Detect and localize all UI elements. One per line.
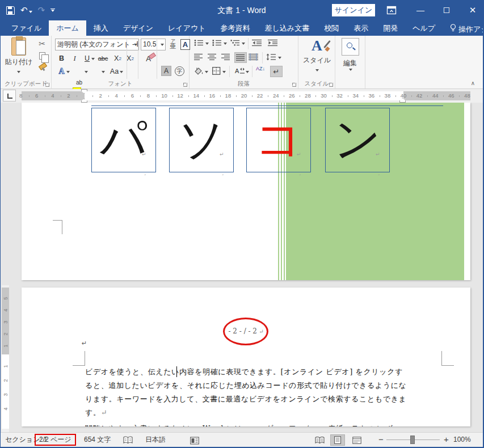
tab-stop-selector[interactable]	[3, 90, 16, 102]
tab-design[interactable]: デザイン	[116, 20, 161, 36]
ime-mode-icon[interactable]	[190, 436, 199, 448]
vertical-ruler[interactable]: 543211234	[2, 285, 9, 432]
tab-developer[interactable]: 開発	[376, 20, 405, 36]
character-box[interactable]: パ↵˼	[91, 108, 156, 172]
styles-dialog-launcher-icon[interactable]	[329, 83, 333, 87]
sign-in-button[interactable]: サインイン	[332, 4, 375, 16]
ruler-tick	[29, 95, 30, 97]
minimize-button[interactable]: —	[410, 0, 431, 20]
bold-button[interactable]: B	[56, 53, 68, 64]
italic-button[interactable]: I	[69, 53, 81, 64]
tab-layout[interactable]: レイアウト	[161, 20, 213, 36]
clear-formatting-icon[interactable]: A	[142, 53, 154, 64]
tab-references[interactable]: 参考資料	[213, 20, 258, 36]
search-icon-box[interactable]	[342, 38, 359, 56]
character-box[interactable]: ソ↵˼	[169, 108, 234, 172]
chevron-down-icon[interactable]	[278, 57, 281, 59]
chevron-down-icon[interactable]	[91, 58, 95, 60]
document-canvas[interactable]: 543211234 パ↵˼ソ↵˼コ↵˼ン↵˼ - 2 - / - 2 ↵ ↵ ビ…	[1, 103, 483, 432]
chevron-down-icon[interactable]	[205, 43, 209, 45]
clipboard-dialog-launcher-icon[interactable]	[45, 83, 49, 87]
justify-icon[interactable]	[234, 52, 247, 63]
tab-help[interactable]: ヘルプ	[405, 20, 443, 36]
bullets-icon[interactable]	[194, 39, 204, 47]
ribbon-display-options-icon[interactable]	[386, 5, 397, 15]
chevron-down-icon[interactable]	[102, 71, 105, 73]
chevron-down-icon[interactable]	[224, 43, 227, 45]
chevron-down-icon[interactable]	[120, 71, 123, 73]
undo-button[interactable]: ↶	[20, 3, 32, 17]
line-spacing-icon[interactable]	[266, 53, 276, 61]
align-left-icon[interactable]	[194, 53, 203, 61]
chevron-down-icon[interactable]	[246, 71, 249, 73]
character-box[interactable]: ン↵˼	[325, 108, 390, 172]
align-center-icon[interactable]	[208, 53, 217, 61]
web-layout-icon[interactable]	[350, 434, 364, 446]
collapse-ribbon-icon[interactable]: ∧	[471, 80, 475, 86]
chevron-down-icon[interactable]	[242, 43, 245, 45]
enclose-characters-icon[interactable]: 字	[175, 66, 184, 76]
tab-review[interactable]: 校閲	[317, 20, 346, 36]
page-2[interactable]: - 2 - / - 2 ↵ ↵ ビデオを使うと、伝えたい内容を明確に表現できます…	[22, 288, 470, 426]
tab-tell-me[interactable]: 操作アシスト	[443, 20, 484, 36]
shading-bucket-icon[interactable]	[194, 67, 204, 75]
tab-insert[interactable]: 挿入	[86, 20, 116, 36]
font-size-combobox[interactable]: 10.5	[141, 39, 166, 50]
zoom-in-button[interactable]: +	[444, 433, 449, 447]
subscript-button[interactable]: X2	[112, 53, 124, 64]
character-scaling-icon[interactable]: A	[234, 67, 245, 75]
tab-view[interactable]: 表示	[346, 20, 376, 36]
cut-icon[interactable]: ✂	[39, 39, 45, 48]
font-dialog-launcher-icon[interactable]	[183, 83, 187, 87]
ruler-tick	[459, 95, 460, 97]
paste-button[interactable]: 貼り付け	[3, 37, 34, 79]
sort-icon[interactable]: AZ↓	[256, 66, 265, 71]
format-painter-icon[interactable]	[39, 64, 46, 71]
character-box[interactable]: コ↵˼	[246, 108, 311, 172]
chevron-down-icon[interactable]	[66, 71, 70, 73]
character-shading-icon[interactable]: A	[161, 66, 171, 76]
styles-button[interactable]: A スタイル	[301, 37, 333, 79]
tab-home[interactable]: ホーム	[49, 20, 86, 36]
word-count[interactable]: 654 文字	[84, 433, 111, 447]
maximize-button[interactable]: ☐	[436, 0, 457, 20]
borders-icon[interactable]	[212, 67, 221, 75]
page-indicator[interactable]: 2/2 ページ	[35, 434, 76, 446]
print-layout-icon[interactable]	[330, 434, 345, 446]
align-right-icon[interactable]	[221, 53, 230, 61]
tab-file[interactable]: ファイル	[4, 20, 49, 36]
copy-icon[interactable]	[39, 52, 45, 60]
page-1[interactable]: パ↵˼ソ↵˼コ↵˼ン↵˼	[22, 103, 470, 280]
chevron-down-icon[interactable]	[222, 71, 226, 73]
decrease-indent-icon[interactable]	[252, 39, 262, 47]
read-mode-icon[interactable]	[312, 434, 327, 446]
text-effects-icon[interactable]: A	[56, 66, 68, 77]
multilevel-list-icon[interactable]	[230, 39, 240, 47]
zoom-out-button[interactable]: −	[378, 433, 384, 447]
redo-icon[interactable]: ↷	[38, 3, 45, 17]
chevron-down-icon[interactable]	[85, 71, 88, 73]
formatting-marks-icon[interactable]: ↵	[270, 66, 283, 77]
strikethrough-button[interactable]: abc	[97, 53, 109, 64]
zoom-level[interactable]: 100%	[453, 433, 471, 447]
customize-qat-icon[interactable]	[50, 9, 55, 12]
numbering-icon[interactable]	[212, 39, 222, 47]
close-button[interactable]: ✕	[462, 0, 483, 20]
change-case-button[interactable]: Aa	[108, 66, 120, 77]
zoom-slider-handle[interactable]	[410, 436, 415, 444]
chevron-down-icon[interactable]	[205, 71, 208, 73]
proofing-status-icon[interactable]	[123, 436, 133, 448]
save-icon[interactable]	[6, 6, 15, 15]
distribute-icon[interactable]	[249, 53, 259, 61]
ruler-tick	[300, 95, 300, 97]
ruler-number: 4	[115, 92, 118, 99]
character-border-icon[interactable]: A	[180, 39, 190, 50]
editing-button[interactable]: 編集	[335, 58, 365, 68]
ruler-tick	[252, 95, 252, 97]
increase-indent-icon[interactable]	[268, 39, 278, 47]
paragraph-dialog-launcher-icon[interactable]	[292, 83, 296, 87]
return-mark-icon: ↵	[101, 408, 107, 417]
language-indicator[interactable]: 日本語	[145, 433, 166, 447]
tab-mailings[interactable]: 差し込み文書	[258, 20, 317, 36]
phonetic-guide-icon[interactable]: ア亜	[169, 39, 178, 50]
